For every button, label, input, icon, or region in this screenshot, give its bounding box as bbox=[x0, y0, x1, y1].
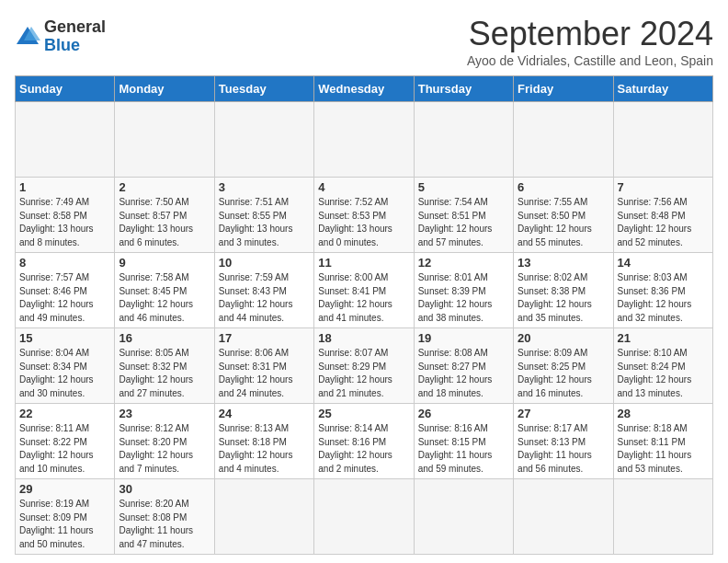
day-number: 8 bbox=[19, 256, 110, 270]
day-info: Sunrise: 7:55 AMSunset: 8:50 PMDaylight:… bbox=[518, 196, 609, 249]
sunrise-text: Sunrise: 8:08 AM bbox=[418, 348, 488, 358]
sunrise-text: Sunrise: 7:57 AM bbox=[19, 272, 89, 282]
calendar-day-cell bbox=[613, 479, 712, 555]
calendar-week-row: 8Sunrise: 7:57 AMSunset: 8:46 PMDaylight… bbox=[16, 253, 713, 328]
day-info: Sunrise: 7:59 AMSunset: 8:43 PMDaylight:… bbox=[219, 271, 310, 325]
day-number: 23 bbox=[119, 407, 210, 420]
day-number: 27 bbox=[518, 407, 609, 420]
calendar-day-cell: 18Sunrise: 8:07 AMSunset: 8:29 PMDayligh… bbox=[314, 328, 414, 404]
sunset-text: Sunset: 8:39 PM bbox=[418, 286, 486, 296]
location-subtitle: Ayoo de Vidriales, Castille and Leon, Sp… bbox=[467, 53, 713, 68]
day-number: 6 bbox=[518, 180, 609, 194]
sunrise-text: Sunrise: 7:54 AM bbox=[418, 197, 488, 207]
calendar-day-cell: 2Sunrise: 7:50 AMSunset: 8:57 PMDaylight… bbox=[115, 178, 214, 253]
weekday-header-row: SundayMondayTuesdayWednesdayThursdayFrid… bbox=[16, 76, 713, 102]
sunset-text: Sunset: 8:13 PM bbox=[518, 437, 586, 447]
sunrise-text: Sunrise: 8:12 AM bbox=[119, 423, 188, 433]
day-number: 26 bbox=[418, 407, 509, 420]
day-info: Sunrise: 8:20 AMSunset: 8:08 PMDaylight:… bbox=[119, 498, 210, 551]
calendar-day-cell: 30Sunrise: 8:20 AMSunset: 8:08 PMDayligh… bbox=[115, 479, 214, 555]
daylight-text: Daylight: 12 hours and 38 minutes. bbox=[418, 299, 493, 323]
calendar-day-cell bbox=[514, 102, 613, 178]
calendar-day-cell: 1Sunrise: 7:49 AMSunset: 8:58 PMDaylight… bbox=[16, 178, 115, 253]
sunrise-text: Sunrise: 8:00 AM bbox=[318, 272, 388, 282]
sunrise-text: Sunrise: 7:56 AM bbox=[618, 197, 688, 207]
sunrise-text: Sunrise: 8:19 AM bbox=[19, 499, 89, 509]
sunset-text: Sunset: 8:46 PM bbox=[19, 286, 87, 296]
day-info: Sunrise: 8:02 AMSunset: 8:38 PMDaylight:… bbox=[518, 271, 609, 325]
day-number: 24 bbox=[219, 407, 310, 420]
calendar-day-cell: 6Sunrise: 7:55 AMSunset: 8:50 PMDaylight… bbox=[514, 178, 613, 253]
day-info: Sunrise: 8:19 AMSunset: 8:09 PMDaylight:… bbox=[19, 498, 110, 551]
sunset-text: Sunset: 8:15 PM bbox=[418, 437, 486, 447]
day-info: Sunrise: 8:00 AMSunset: 8:41 PMDaylight:… bbox=[318, 271, 409, 325]
day-number: 1 bbox=[19, 180, 110, 194]
sunset-text: Sunset: 8:55 PM bbox=[219, 211, 287, 221]
calendar-day-cell: 23Sunrise: 8:12 AMSunset: 8:20 PMDayligh… bbox=[115, 404, 214, 479]
sunset-text: Sunset: 8:29 PM bbox=[318, 362, 386, 372]
day-number: 21 bbox=[618, 331, 709, 345]
calendar-day-cell: 11Sunrise: 8:00 AMSunset: 8:41 PMDayligh… bbox=[314, 253, 414, 328]
daylight-text: Daylight: 11 hours and 50 minutes. bbox=[19, 525, 94, 549]
calendar-day-cell: 12Sunrise: 8:01 AMSunset: 8:39 PMDayligh… bbox=[414, 253, 513, 328]
sunrise-text: Sunrise: 7:49 AM bbox=[19, 197, 89, 207]
sunrise-text: Sunrise: 7:58 AM bbox=[119, 272, 188, 282]
daylight-text: Daylight: 12 hours and 52 minutes. bbox=[618, 224, 692, 247]
day-info: Sunrise: 7:50 AMSunset: 8:57 PMDaylight:… bbox=[119, 196, 210, 249]
calendar-week-row: 15Sunrise: 8:04 AMSunset: 8:34 PMDayligh… bbox=[16, 328, 713, 404]
day-info: Sunrise: 8:14 AMSunset: 8:16 PMDaylight:… bbox=[318, 422, 409, 476]
sunset-text: Sunset: 8:32 PM bbox=[119, 362, 187, 372]
day-info: Sunrise: 7:56 AMSunset: 8:48 PMDaylight:… bbox=[618, 196, 709, 249]
sunset-text: Sunset: 8:53 PM bbox=[318, 211, 386, 221]
day-info: Sunrise: 8:11 AMSunset: 8:22 PMDaylight:… bbox=[19, 422, 110, 476]
daylight-text: Daylight: 12 hours and 2 minutes. bbox=[318, 450, 392, 474]
title-block: September 2024 Ayoo de Vidriales, Castil… bbox=[467, 15, 713, 68]
day-info: Sunrise: 8:03 AMSunset: 8:36 PMDaylight:… bbox=[618, 271, 709, 325]
calendar-day-cell: 10Sunrise: 7:59 AMSunset: 8:43 PMDayligh… bbox=[214, 253, 313, 328]
sunrise-text: Sunrise: 8:17 AM bbox=[518, 423, 587, 433]
daylight-text: Daylight: 12 hours and 44 minutes. bbox=[219, 299, 293, 323]
sunrise-text: Sunrise: 8:05 AM bbox=[119, 348, 188, 358]
calendar-day-cell: 5Sunrise: 7:54 AMSunset: 8:51 PMDaylight… bbox=[414, 178, 513, 253]
sunset-text: Sunset: 8:22 PM bbox=[19, 437, 87, 447]
calendar-week-row: 22Sunrise: 8:11 AMSunset: 8:22 PMDayligh… bbox=[16, 404, 713, 479]
day-number: 5 bbox=[418, 180, 509, 194]
day-number: 13 bbox=[518, 256, 609, 270]
sunrise-text: Sunrise: 8:02 AM bbox=[518, 272, 587, 282]
day-info: Sunrise: 7:49 AMSunset: 8:58 PMDaylight:… bbox=[19, 196, 110, 249]
calendar-day-cell bbox=[314, 479, 414, 555]
sunset-text: Sunset: 8:31 PM bbox=[219, 362, 287, 372]
sunrise-text: Sunrise: 8:09 AM bbox=[518, 348, 587, 358]
calendar-day-cell: 7Sunrise: 7:56 AMSunset: 8:48 PMDaylight… bbox=[613, 178, 712, 253]
daylight-text: Daylight: 12 hours and 41 minutes. bbox=[318, 299, 392, 323]
daylight-text: Daylight: 12 hours and 49 minutes. bbox=[19, 299, 94, 323]
day-number: 2 bbox=[119, 180, 210, 194]
weekday-header-monday: Monday bbox=[115, 76, 214, 102]
daylight-text: Daylight: 12 hours and 55 minutes. bbox=[518, 224, 592, 247]
weekday-header-saturday: Saturday bbox=[613, 76, 712, 102]
sunset-text: Sunset: 8:58 PM bbox=[19, 211, 87, 221]
day-info: Sunrise: 7:54 AMSunset: 8:51 PMDaylight:… bbox=[418, 196, 509, 249]
weekday-header-wednesday: Wednesday bbox=[314, 76, 414, 102]
daylight-text: Daylight: 12 hours and 4 minutes. bbox=[219, 450, 293, 474]
calendar-day-cell: 25Sunrise: 8:14 AMSunset: 8:16 PMDayligh… bbox=[314, 404, 414, 479]
calendar-week-row bbox=[16, 102, 713, 178]
day-number: 19 bbox=[418, 331, 509, 345]
sunrise-text: Sunrise: 8:18 AM bbox=[618, 423, 688, 433]
sunrise-text: Sunrise: 7:52 AM bbox=[318, 197, 388, 207]
daylight-text: Daylight: 12 hours and 10 minutes. bbox=[19, 450, 94, 474]
calendar-day-cell: 14Sunrise: 8:03 AMSunset: 8:36 PMDayligh… bbox=[613, 253, 712, 328]
day-number: 11 bbox=[318, 256, 409, 270]
calendar-day-cell: 17Sunrise: 8:06 AMSunset: 8:31 PMDayligh… bbox=[214, 328, 313, 404]
weekday-header-tuesday: Tuesday bbox=[214, 76, 313, 102]
calendar-day-cell: 20Sunrise: 8:09 AMSunset: 8:25 PMDayligh… bbox=[514, 328, 613, 404]
calendar-day-cell bbox=[214, 102, 313, 178]
calendar-day-cell bbox=[314, 102, 414, 178]
day-info: Sunrise: 8:05 AMSunset: 8:32 PMDaylight:… bbox=[119, 347, 210, 400]
day-number: 9 bbox=[119, 256, 210, 270]
day-info: Sunrise: 8:16 AMSunset: 8:15 PMDaylight:… bbox=[418, 422, 509, 476]
sunset-text: Sunset: 8:38 PM bbox=[518, 286, 586, 296]
calendar-day-cell: 28Sunrise: 8:18 AMSunset: 8:11 PMDayligh… bbox=[613, 404, 712, 479]
sunset-text: Sunset: 8:43 PM bbox=[219, 286, 287, 296]
daylight-text: Daylight: 13 hours and 8 minutes. bbox=[19, 224, 94, 247]
